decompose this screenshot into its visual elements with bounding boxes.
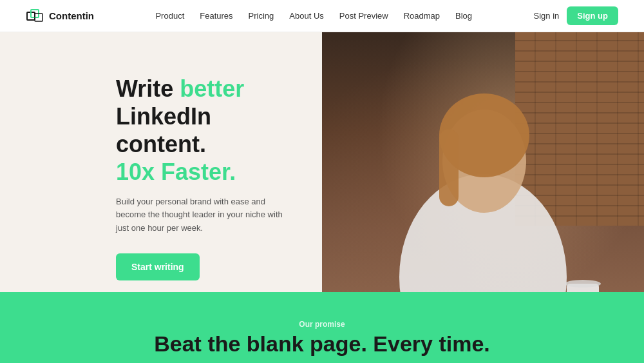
logo-icon [26,7,44,25]
nav-post-preview[interactable]: Post Preview [339,11,388,21]
nav-links: Product Features Pricing About Us Post P… [155,11,472,21]
signin-link[interactable]: Sign in [534,11,560,21]
nav-product[interactable]: Product [155,11,184,21]
logo-link[interactable]: Contentin [26,7,94,25]
promise-heading: Beat the blank page. Every time. [154,331,490,357]
navbar: Contentin Product Features Pricing About… [0,0,644,32]
nav-roadmap[interactable]: Roadmap [404,11,440,21]
svg-rect-6 [439,129,459,206]
heading-suffix: LinkedIn content. [116,103,211,157]
logo-text: Contentin [49,10,94,21]
promise-eyebrow: Our promise [299,320,345,329]
nav-blog[interactable]: Blog [455,11,472,21]
svg-point-9 [565,280,601,288]
hero-subtext: Build your personal brand with ease and … [116,195,283,235]
page-wrapper: Contentin Product Features Pricing About… [0,0,644,363]
nav-pricing[interactable]: Pricing [249,11,274,21]
heading-green2: 10x Faster. [116,159,236,185]
signup-button[interactable]: Sign up [567,6,618,25]
heading-green1: better [180,75,244,102]
nav-actions: Sign in Sign up [534,6,618,25]
nav-about[interactable]: About Us [289,11,323,21]
heading-prefix: Write [116,75,180,102]
hero-heading: Write better LinkedIn content. 10x Faste… [116,75,283,186]
nav-features[interactable]: Features [200,11,232,21]
hero-cta-button[interactable]: Start writing [116,253,200,280]
green-strip: Our promise Beat the blank page. Every t… [0,292,644,363]
